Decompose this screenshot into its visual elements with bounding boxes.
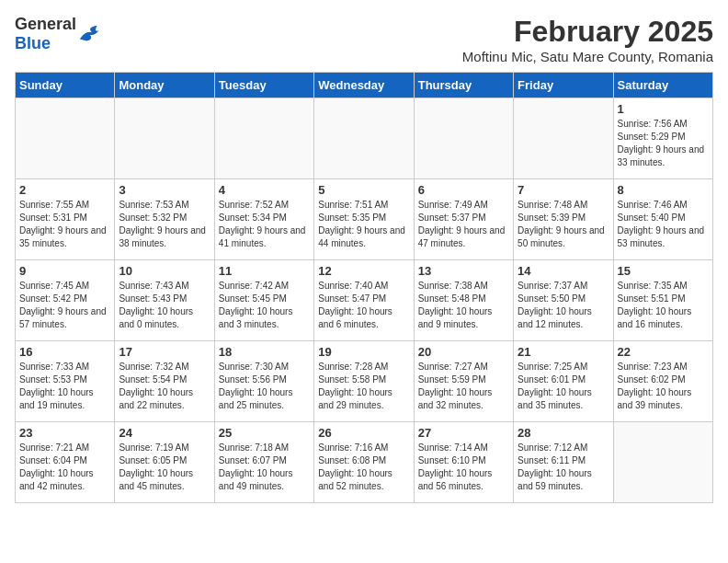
day-number: 5 <box>318 183 409 197</box>
calendar-cell <box>214 98 313 179</box>
calendar-cell <box>314 98 414 179</box>
day-number: 2 <box>19 183 110 197</box>
day-number: 25 <box>219 426 310 440</box>
calendar-cell: 6Sunrise: 7:49 AMSunset: 5:37 PMDaylight… <box>414 179 513 260</box>
day-number: 10 <box>119 264 210 278</box>
day-info: Sunrise: 7:42 AMSunset: 5:45 PMDaylight:… <box>219 280 310 331</box>
calendar-cell: 23Sunrise: 7:21 AMSunset: 6:04 PMDayligh… <box>16 422 115 503</box>
day-info: Sunrise: 7:16 AMSunset: 6:08 PMDaylight:… <box>318 442 409 493</box>
calendar-cell: 8Sunrise: 7:46 AMSunset: 5:40 PMDaylight… <box>613 179 712 260</box>
header-day-thursday: Thursday <box>414 73 513 98</box>
calendar-cell: 22Sunrise: 7:23 AMSunset: 6:02 PMDayligh… <box>613 341 712 422</box>
day-number: 11 <box>219 264 310 278</box>
calendar-cell <box>514 98 613 179</box>
day-info: Sunrise: 7:25 AMSunset: 6:01 PMDaylight:… <box>518 361 609 412</box>
day-number: 23 <box>19 426 110 440</box>
day-info: Sunrise: 7:40 AMSunset: 5:47 PMDaylight:… <box>318 280 409 331</box>
day-number: 16 <box>19 345 110 359</box>
calendar-cell: 5Sunrise: 7:51 AMSunset: 5:35 PMDaylight… <box>314 179 414 260</box>
calendar-cell: 1Sunrise: 7:56 AMSunset: 5:29 PMDaylight… <box>613 98 712 179</box>
day-number: 3 <box>119 183 210 197</box>
day-info: Sunrise: 7:14 AMSunset: 6:10 PMDaylight:… <box>418 442 509 493</box>
day-number: 9 <box>19 264 110 278</box>
calendar-cell: 11Sunrise: 7:42 AMSunset: 5:45 PMDayligh… <box>214 260 313 341</box>
calendar-title: February 2025 <box>462 15 713 49</box>
calendar-cell <box>414 98 513 179</box>
day-info: Sunrise: 7:48 AMSunset: 5:39 PMDaylight:… <box>518 199 609 250</box>
day-info: Sunrise: 7:53 AMSunset: 5:32 PMDaylight:… <box>119 199 210 250</box>
calendar-cell: 2Sunrise: 7:55 AMSunset: 5:31 PMDaylight… <box>16 179 115 260</box>
logo-blue: Blue <box>15 34 51 52</box>
calendar-cell <box>16 98 115 179</box>
day-info: Sunrise: 7:12 AMSunset: 6:11 PMDaylight:… <box>518 442 609 493</box>
day-number: 19 <box>318 345 409 359</box>
day-number: 7 <box>518 183 609 197</box>
day-number: 27 <box>418 426 509 440</box>
day-info: Sunrise: 7:43 AMSunset: 5:43 PMDaylight:… <box>119 280 210 331</box>
header-day-wednesday: Wednesday <box>314 73 414 98</box>
day-info: Sunrise: 7:33 AMSunset: 5:53 PMDaylight:… <box>19 361 110 412</box>
day-info: Sunrise: 7:19 AMSunset: 6:05 PMDaylight:… <box>119 442 210 493</box>
day-number: 14 <box>518 264 609 278</box>
day-number: 18 <box>219 345 310 359</box>
header-day-sunday: Sunday <box>16 73 115 98</box>
calendar-cell: 4Sunrise: 7:52 AMSunset: 5:34 PMDaylight… <box>214 179 313 260</box>
day-number: 6 <box>418 183 509 197</box>
day-number: 8 <box>618 183 709 197</box>
header-day-monday: Monday <box>115 73 214 98</box>
day-number: 13 <box>418 264 509 278</box>
calendar-cell: 16Sunrise: 7:33 AMSunset: 5:53 PMDayligh… <box>16 341 115 422</box>
day-info: Sunrise: 7:23 AMSunset: 6:02 PMDaylight:… <box>618 361 709 412</box>
calendar-cell: 25Sunrise: 7:18 AMSunset: 6:07 PMDayligh… <box>214 422 313 503</box>
calendar-cell: 17Sunrise: 7:32 AMSunset: 5:54 PMDayligh… <box>115 341 214 422</box>
calendar-cell: 21Sunrise: 7:25 AMSunset: 6:01 PMDayligh… <box>514 341 613 422</box>
calendar-cell <box>613 422 712 503</box>
calendar-cell: 14Sunrise: 7:37 AMSunset: 5:50 PMDayligh… <box>514 260 613 341</box>
day-number: 15 <box>618 264 709 278</box>
calendar-cell: 24Sunrise: 7:19 AMSunset: 6:05 PMDayligh… <box>115 422 214 503</box>
day-info: Sunrise: 7:37 AMSunset: 5:50 PMDaylight:… <box>518 280 609 331</box>
day-info: Sunrise: 7:38 AMSunset: 5:48 PMDaylight:… <box>418 280 509 331</box>
calendar-week-2: 2Sunrise: 7:55 AMSunset: 5:31 PMDaylight… <box>16 179 713 260</box>
day-number: 20 <box>418 345 509 359</box>
logo-text: General Blue <box>15 15 76 53</box>
day-number: 28 <box>518 426 609 440</box>
day-info: Sunrise: 7:56 AMSunset: 5:29 PMDaylight:… <box>618 118 709 169</box>
logo-bird-icon <box>78 23 104 45</box>
calendar-cell <box>115 98 214 179</box>
calendar-cell: 26Sunrise: 7:16 AMSunset: 6:08 PMDayligh… <box>314 422 414 503</box>
day-info: Sunrise: 7:51 AMSunset: 5:35 PMDaylight:… <box>318 199 409 250</box>
day-info: Sunrise: 7:18 AMSunset: 6:07 PMDaylight:… <box>219 442 310 493</box>
day-info: Sunrise: 7:52 AMSunset: 5:34 PMDaylight:… <box>219 199 310 250</box>
calendar-week-5: 23Sunrise: 7:21 AMSunset: 6:04 PMDayligh… <box>16 422 713 503</box>
day-info: Sunrise: 7:28 AMSunset: 5:58 PMDaylight:… <box>318 361 409 412</box>
header-day-saturday: Saturday <box>613 73 712 98</box>
calendar-cell: 15Sunrise: 7:35 AMSunset: 5:51 PMDayligh… <box>613 260 712 341</box>
day-number: 26 <box>318 426 409 440</box>
calendar-cell: 3Sunrise: 7:53 AMSunset: 5:32 PMDaylight… <box>115 179 214 260</box>
calendar-cell: 27Sunrise: 7:14 AMSunset: 6:10 PMDayligh… <box>414 422 513 503</box>
day-number: 1 <box>618 102 709 116</box>
day-number: 21 <box>518 345 609 359</box>
calendar-cell: 19Sunrise: 7:28 AMSunset: 5:58 PMDayligh… <box>314 341 414 422</box>
day-info: Sunrise: 7:27 AMSunset: 5:59 PMDaylight:… <box>418 361 509 412</box>
day-info: Sunrise: 7:32 AMSunset: 5:54 PMDaylight:… <box>119 361 210 412</box>
day-info: Sunrise: 7:55 AMSunset: 5:31 PMDaylight:… <box>19 199 110 250</box>
calendar-cell: 9Sunrise: 7:45 AMSunset: 5:42 PMDaylight… <box>16 260 115 341</box>
day-info: Sunrise: 7:30 AMSunset: 5:56 PMDaylight:… <box>219 361 310 412</box>
calendar-cell: 28Sunrise: 7:12 AMSunset: 6:11 PMDayligh… <box>514 422 613 503</box>
header-day-tuesday: Tuesday <box>214 73 313 98</box>
header-day-friday: Friday <box>514 73 613 98</box>
day-number: 17 <box>119 345 210 359</box>
day-info: Sunrise: 7:49 AMSunset: 5:37 PMDaylight:… <box>418 199 509 250</box>
calendar-cell: 20Sunrise: 7:27 AMSunset: 5:59 PMDayligh… <box>414 341 513 422</box>
calendar-cell: 13Sunrise: 7:38 AMSunset: 5:48 PMDayligh… <box>414 260 513 341</box>
day-number: 12 <box>318 264 409 278</box>
logo-general: General <box>15 15 76 33</box>
calendar-subtitle: Moftinu Mic, Satu Mare County, Romania <box>462 49 713 64</box>
calendar-week-4: 16Sunrise: 7:33 AMSunset: 5:53 PMDayligh… <box>16 341 713 422</box>
day-info: Sunrise: 7:35 AMSunset: 5:51 PMDaylight:… <box>618 280 709 331</box>
calendar-header-row: SundayMondayTuesdayWednesdayThursdayFrid… <box>16 73 713 98</box>
day-info: Sunrise: 7:45 AMSunset: 5:42 PMDaylight:… <box>19 280 110 331</box>
calendar-cell: 7Sunrise: 7:48 AMSunset: 5:39 PMDaylight… <box>514 179 613 260</box>
